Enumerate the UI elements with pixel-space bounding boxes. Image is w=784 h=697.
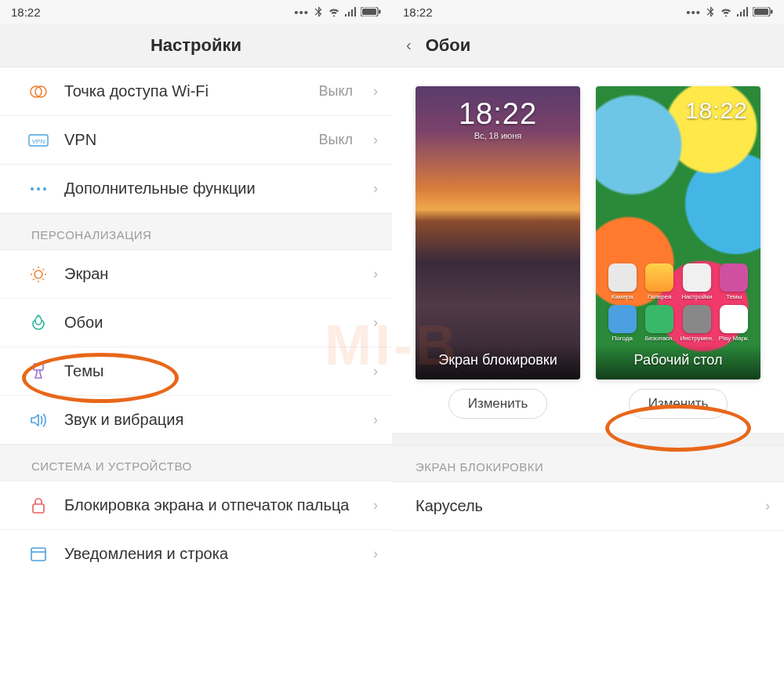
section-header-personalization: ПЕРСОНАЛИЗАЦИЯ [0,213,392,250]
wifi-icon [720,7,732,16]
wifi-icon [328,7,340,16]
row-label: Темы [64,361,358,381]
bluetooth-icon [706,6,715,17]
row-value: Выкл [318,83,358,100]
chevron-right-icon: › [373,412,378,428]
tether-icon [28,82,49,101]
page-title: Обои [426,35,471,56]
lockscreen-preview-column: 18:22 Вс, 18 июня Экран блокировки Измен… [416,86,580,419]
section-header-system: СИСТЕМА И УСТРОЙСТВО [0,445,392,481]
homescreen-thumbnail[interactable]: 18:22 Камера Галерея Настройки Темы Пого… [596,86,760,379]
wallpaper-screen: 18:22 ••• ‹ Обои 18:22 Вс [392,0,784,697]
chevron-right-icon: › [373,83,378,100]
svg-rect-1 [362,9,376,15]
svg-rect-21 [31,548,45,561]
tulip-icon [28,314,49,332]
back-button[interactable]: ‹ [406,36,415,54]
title-bar: Настройки [0,24,392,67]
svg-line-17 [33,278,34,280]
homescreen-clock: 18:22 [596,97,760,124]
signal-icon [345,7,356,16]
settings-row-display[interactable]: Экран › [0,250,392,299]
row-label: Блокировка экрана и отпечаток пальца [64,496,358,515]
thumbnail-caption: Рабочий стол [596,344,760,379]
settings-row-vpn[interactable]: VPN VPN Выкл › [0,116,392,165]
svg-line-18 [43,269,45,270]
page-title: Настройки [151,35,241,56]
settings-row-themes[interactable]: Темы › [0,347,392,396]
row-label: Дополнительные функции [64,179,358,198]
status-icons: ••• [686,5,773,19]
battery-icon [753,7,773,16]
svg-point-9 [43,187,46,191]
settings-row-sound[interactable]: Звук и вибрация › [0,396,392,445]
section-header-lockscreen: ЭКРАН БЛОКИРОВКИ [392,445,784,482]
chevron-right-icon: › [373,180,378,197]
svg-text:VPN: VPN [32,138,45,145]
thumbnail-caption: Экран блокировки [416,344,580,379]
settings-row-wallpaper[interactable]: Обои › [0,299,392,347]
row-label: Звук и вибрация [64,410,358,430]
settings-row-carousel[interactable]: Карусель › [392,482,784,531]
chevron-right-icon: › [373,314,378,331]
status-bar: 18:22 ••• [0,0,392,24]
row-label: Точка доступа Wi-Fi [64,82,303,101]
row-label: Уведомления и строка [64,544,358,564]
wallpaper-previews: 18:22 Вс, 18 июня Экран блокировки Измен… [392,67,784,433]
settings-row-notifications[interactable]: Уведомления и строка › [0,530,392,578]
battery-icon [361,7,381,16]
status-time: 18:22 [11,5,41,19]
svg-line-16 [43,278,45,280]
more-icon: ••• [294,5,309,19]
more-horiz-icon [28,187,49,191]
lockscreen-thumbnail[interactable]: 18:22 Вс, 18 июня Экран блокировки [416,86,580,379]
svg-rect-20 [33,504,44,513]
status-bar: 18:22 ••• [392,0,784,24]
svg-rect-19 [34,364,43,370]
brush-icon [28,362,49,381]
section-gap [392,433,784,445]
settings-row-additional[interactable]: Дополнительные функции › [0,165,392,213]
signal-icon [737,7,748,16]
row-label: Карусель [416,496,750,516]
homescreen-preview-column: 18:22 Камера Галерея Настройки Темы Пого… [596,86,760,419]
chevron-right-icon: › [373,546,378,562]
svg-point-8 [37,187,40,191]
svg-line-15 [33,269,34,270]
lock-icon [28,496,49,515]
vpn-icon: VPN [28,134,49,147]
bluetooth-icon [314,6,323,17]
svg-point-7 [31,187,34,191]
change-lockscreen-button[interactable]: Изменить [448,389,548,419]
sun-icon [28,265,49,284]
status-time: 18:22 [403,5,433,19]
change-homescreen-button[interactable]: Изменить [629,389,728,419]
row-label: VPN [64,130,303,150]
lockscreen-clock: 18:22 Вс, 18 июня [416,97,580,140]
settings-screen: 18:22 ••• Настройки Точка доступа Wi-Fi … [0,0,392,697]
row-value: Выкл [318,132,358,148]
row-label: Экран [64,264,358,284]
chevron-right-icon: › [373,497,378,514]
settings-row-hotspot[interactable]: Точка доступа Wi-Fi Выкл › [0,67,392,116]
sound-icon [28,412,49,429]
chevron-right-icon: › [373,266,378,282]
svg-rect-24 [754,9,768,15]
svg-rect-25 [771,10,773,14]
settings-row-lockscreen-fingerprint[interactable]: Блокировка экрана и отпечаток пальца › [0,481,392,530]
svg-point-10 [34,270,42,278]
chevron-right-icon: › [373,363,378,379]
status-icons: ••• [294,5,381,19]
row-label: Обои [64,313,358,332]
app-grid: Камера Галерея Настройки Темы Погода Без… [596,263,760,342]
notification-bar-icon [28,546,49,563]
chevron-right-icon: › [373,132,378,148]
chevron-right-icon: › [765,498,770,514]
more-icon: ••• [686,5,701,19]
title-bar: ‹ Обои [392,24,784,67]
svg-rect-2 [379,10,381,14]
